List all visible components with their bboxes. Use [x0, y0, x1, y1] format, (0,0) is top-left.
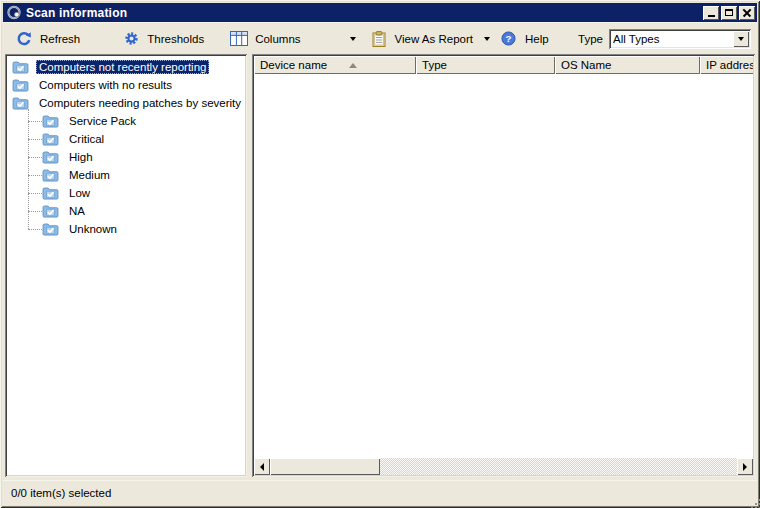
- tree-branch-line: [28, 157, 42, 158]
- maximize-icon: [725, 9, 733, 16]
- scan-folder-icon: [42, 168, 59, 182]
- toolbar-button-label: Columns: [255, 33, 300, 45]
- horizontal-scrollbar: [254, 458, 753, 475]
- scroll-left-button[interactable]: [254, 458, 270, 475]
- tree-item-label: Computers not recently reporting: [36, 60, 209, 74]
- toolbar-button-refresh[interactable]: Refresh: [11, 28, 84, 50]
- resize-grip-icon[interactable]: [751, 499, 753, 501]
- selection-count-status: 0/0 item(s) selected: [11, 487, 111, 499]
- type-filter-dropdown-button[interactable]: [733, 31, 749, 47]
- tree-item-service-pack[interactable]: Service Pack: [7, 112, 245, 130]
- report-icon: [370, 31, 388, 47]
- scan-folder-icon: [42, 114, 59, 128]
- column-header-label: OS Name: [561, 59, 612, 71]
- tree-item-label: Low: [66, 186, 93, 200]
- toolbar-button-label: Refresh: [40, 33, 80, 45]
- column-header-type[interactable]: Type: [416, 56, 555, 74]
- chevron-down-icon[interactable]: [484, 37, 490, 41]
- columns-icon: [230, 31, 248, 47]
- arrow-left-icon: [260, 463, 264, 471]
- svg-text:?: ?: [506, 33, 512, 44]
- chevron-down-icon: [738, 37, 744, 41]
- tree-branch-line: [28, 193, 42, 194]
- tree-list: Computers not recently reportingComputer…: [7, 56, 245, 238]
- tree-item-label: Computers needing patches by severity: [36, 96, 244, 110]
- column-header-os-name[interactable]: OS Name: [555, 56, 700, 74]
- scan-folder-icon: [42, 186, 59, 200]
- gear-icon: [122, 31, 140, 47]
- tree-item-label: Medium: [66, 168, 113, 182]
- minimize-icon: [708, 15, 715, 17]
- toolbar-button-label: View As Report: [395, 33, 473, 45]
- tree-item-label: High: [66, 150, 96, 164]
- type-filter-value: All Types: [613, 33, 733, 45]
- tree-item-label: Unknown: [66, 222, 120, 236]
- scrollbar-track[interactable]: [380, 458, 737, 475]
- arrow-right-icon: [743, 463, 747, 471]
- scan-window-icon[interactable]: [6, 5, 22, 20]
- main-area: Computers not recently reportingComputer…: [5, 54, 755, 477]
- scan-group-tree-panel: Computers not recently reportingComputer…: [5, 54, 247, 477]
- tree-branch-line: [28, 121, 42, 122]
- scan-folder-icon: [42, 222, 59, 236]
- scan-folder-icon: [42, 204, 59, 218]
- scan-folder-icon: [12, 96, 29, 110]
- tree-item-high[interactable]: High: [7, 148, 245, 166]
- column-header-device-name[interactable]: Device name: [254, 56, 416, 74]
- minimize-button[interactable]: [703, 6, 719, 20]
- tree-children-group: Service PackCriticalHighMediumLowNAUnkno…: [7, 112, 245, 238]
- tree-item-computers-needing-patches-by-severity[interactable]: Computers needing patches by severity: [7, 94, 245, 112]
- type-filter-group: Type All Types: [578, 29, 751, 49]
- type-filter-combobox[interactable]: All Types: [609, 29, 751, 49]
- maximize-button[interactable]: [721, 6, 737, 20]
- scan-folder-icon: [42, 150, 59, 164]
- sort-ascending-icon: [349, 63, 357, 68]
- tree-item-medium[interactable]: Medium: [7, 166, 245, 184]
- refresh-icon: [15, 31, 33, 47]
- tree-item-critical[interactable]: Critical: [7, 130, 245, 148]
- titlebar: Scan information: [3, 3, 757, 22]
- tree-branch-line: [28, 175, 42, 176]
- scan-folder-icon: [12, 78, 29, 92]
- tree-item-label: Critical: [66, 132, 107, 146]
- toolbar-button-help[interactable]: ? Help: [496, 28, 553, 50]
- column-header-label: Type: [422, 59, 447, 71]
- toolbar-button-thresholds[interactable]: Thresholds: [118, 28, 208, 50]
- tree-item-unknown[interactable]: Unknown: [7, 220, 245, 238]
- column-header-label: IP address: [706, 59, 753, 71]
- table-header-row: Device nameTypeOS NameIP address: [254, 56, 753, 74]
- scan-folder-icon: [12, 60, 29, 74]
- type-filter-label: Type: [578, 33, 603, 45]
- column-header-ip-address[interactable]: IP address: [700, 56, 753, 74]
- toolbar-button-view-as-report[interactable]: View As Report: [366, 28, 494, 50]
- close-button[interactable]: [739, 6, 755, 20]
- scrollbar-thumb[interactable]: [270, 458, 380, 475]
- scroll-right-button[interactable]: [737, 458, 753, 475]
- tree-item-na[interactable]: NA: [7, 202, 245, 220]
- tree-branch-line: [28, 139, 42, 140]
- toolbar-button-label: Thresholds: [147, 33, 204, 45]
- tree-item-label: Service Pack: [66, 114, 139, 128]
- toolbar-button-label: Help: [525, 33, 549, 45]
- tree-item-label: Computers with no results: [36, 78, 175, 92]
- device-table-panel: Device nameTypeOS NameIP address: [252, 54, 755, 477]
- column-header-label: Device name: [260, 59, 327, 71]
- scan-folder-icon: [42, 132, 59, 146]
- scan-information-window: Scan information Refresh Thresholds Colu…: [0, 0, 760, 508]
- close-icon: [743, 9, 751, 17]
- tree-item-low[interactable]: Low: [7, 184, 245, 202]
- tree-item-label: NA: [66, 204, 88, 218]
- tree-branch-line: [28, 229, 42, 230]
- tree-item-computers-with-no-results[interactable]: Computers with no results: [7, 76, 245, 94]
- table-body-empty: [254, 74, 753, 458]
- toolbar-button-columns[interactable]: Columns: [226, 28, 359, 50]
- window-title: Scan information: [26, 6, 701, 20]
- tree-branch-line: [28, 211, 42, 212]
- statusbar: 0/0 item(s) selected: [3, 480, 757, 505]
- tree-item-computers-not-recently-reporting[interactable]: Computers not recently reporting: [7, 58, 245, 76]
- toolbar: Refresh Thresholds Columns View As Repor…: [3, 22, 757, 54]
- help-icon: ?: [500, 31, 518, 47]
- chevron-down-icon[interactable]: [350, 37, 356, 41]
